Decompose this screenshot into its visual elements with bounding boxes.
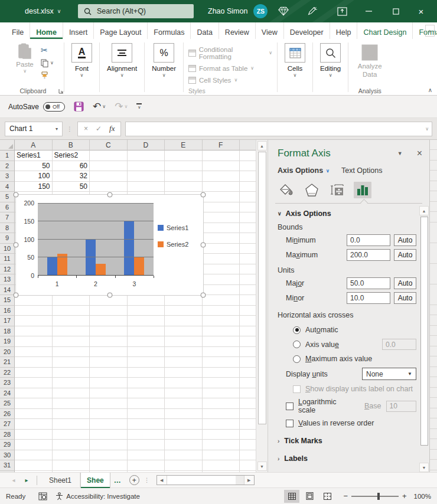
grid-cell-d2[interactable] <box>128 161 165 172</box>
grid-cell-f31[interactable] <box>203 460 240 471</box>
grid-cell-c29[interactable] <box>90 440 128 450</box>
grid-cell-f5[interactable] <box>203 192 240 202</box>
ribbon-display-options-icon[interactable] <box>332 0 352 22</box>
row-header-1[interactable]: 1 <box>0 150 15 161</box>
row-header-17[interactable]: 17 <box>0 316 15 326</box>
minimum-auto-button[interactable]: Auto <box>394 234 416 246</box>
minor-auto-button[interactable]: Auto <box>394 292 416 304</box>
grid-cell-a15[interactable] <box>15 295 53 306</box>
save-button[interactable] <box>74 102 84 112</box>
grid-cell-f18[interactable] <box>203 326 240 337</box>
grid-cell-e15[interactable] <box>165 295 203 306</box>
sheet-tab-sheet1[interactable]: Sheet1 <box>41 473 80 488</box>
labels-section[interactable]: › Labels <box>278 454 416 463</box>
row-header-32[interactable]: 32 <box>0 471 15 473</box>
grid-cell-partial[interactable] <box>240 150 256 161</box>
sheet-overflow-ellipsis[interactable]: … <box>114 476 121 485</box>
grid-cell-b20[interactable] <box>53 347 90 358</box>
grid-cell-d18[interactable] <box>128 326 165 337</box>
grid-cell-d32[interactable] <box>128 471 165 473</box>
grid-cell-partial[interactable] <box>240 244 256 254</box>
horizontal-scrollbar[interactable]: ◀ ▶ <box>156 475 255 485</box>
maximize-button[interactable] <box>386 0 406 22</box>
grid-cell-partial[interactable] <box>240 161 256 172</box>
grid-cell-d3[interactable] <box>128 171 165 182</box>
bar-series1-2[interactable] <box>86 240 96 276</box>
scroll-right-arrow[interactable]: ▶ <box>244 476 254 485</box>
grid-cell-d17[interactable] <box>128 316 165 326</box>
grid-cell-partial[interactable] <box>240 274 256 285</box>
grid-cell-c21[interactable] <box>90 357 128 368</box>
grid-cell-b15[interactable] <box>53 295 90 306</box>
confirm-entry-icon[interactable]: ✓ <box>96 125 102 133</box>
grid-cell-d4[interactable] <box>128 182 165 192</box>
col-header-partial[interactable] <box>240 140 256 150</box>
axis-options-chart-icon[interactable] <box>354 182 371 198</box>
grid-cell-b21[interactable] <box>53 357 90 368</box>
pane-scrollbar[interactable]: ▲ ▼ <box>419 206 429 472</box>
tab-chart-design[interactable]: Chart Design <box>357 22 412 39</box>
grid-cell-e24[interactable] <box>165 388 203 399</box>
grid-cell-partial[interactable] <box>240 430 256 440</box>
grid-cell-c20[interactable] <box>90 347 128 358</box>
grid-cell-d1[interactable] <box>128 150 165 161</box>
row-header-9[interactable]: 9 <box>0 233 15 244</box>
row-header-27[interactable]: 27 <box>0 419 15 430</box>
page-break-preview-button[interactable] <box>319 490 335 503</box>
scrollbar-thumb[interactable] <box>167 476 236 485</box>
grid-cell-c1[interactable] <box>90 150 128 161</box>
legend-item-series1[interactable]: Series1 <box>158 224 188 231</box>
grid-cell-c28[interactable] <box>90 430 128 440</box>
grid-cell-e27[interactable] <box>165 419 203 430</box>
close-button[interactable]: × <box>411 0 431 22</box>
row-header-26[interactable]: 26 <box>0 409 15 420</box>
col-header-c[interactable]: C <box>90 140 128 150</box>
grid-cell-a16[interactable] <box>15 306 53 316</box>
grid-cell-c19[interactable] <box>90 336 128 347</box>
grid-cell-f8[interactable] <box>203 223 240 234</box>
grid-cell-b26[interactable] <box>53 409 90 420</box>
logarithmic-checkbox[interactable] <box>286 402 293 410</box>
chart[interactable]: 050100150200 123 Series1Series2 <box>15 194 204 296</box>
ribbon-tab-overflow[interactable]: › <box>425 25 435 37</box>
grid-cell-b27[interactable] <box>53 419 90 430</box>
grid-cell-d22[interactable] <box>128 368 165 378</box>
grid-cell-d25[interactable] <box>128 398 165 409</box>
grid-cell-c32[interactable] <box>90 471 128 473</box>
grid-cell-e31[interactable] <box>165 460 203 471</box>
grid-cell-f13[interactable] <box>203 274 240 285</box>
row-header-24[interactable]: 24 <box>0 388 15 399</box>
grid-cell-e32[interactable] <box>165 471 203 473</box>
grid-cell-a21[interactable] <box>15 357 53 368</box>
cells-group-button[interactable]: Cells ∨ <box>278 41 312 95</box>
number-group-button[interactable]: % Number ∨ <box>145 41 183 95</box>
grid-cell-c23[interactable] <box>90 378 128 388</box>
grid-cell-d16[interactable] <box>128 306 165 316</box>
bar-series1-3[interactable] <box>124 221 134 276</box>
grid-cell-partial[interactable] <box>240 398 256 409</box>
grid-cell-a25[interactable] <box>15 398 53 409</box>
draw-pen-icon[interactable] <box>302 0 322 22</box>
grid-cell-f32[interactable] <box>203 471 240 473</box>
grid-cell-partial[interactable] <box>240 254 256 264</box>
name-box[interactable]: Chart 1 ▾ <box>5 122 63 136</box>
grid-cell-d26[interactable] <box>128 409 165 420</box>
grid-cell-e22[interactable] <box>165 368 203 378</box>
show-units-checkbox[interactable] <box>293 385 301 393</box>
grid-cell-e25[interactable] <box>165 398 203 409</box>
customize-qat-button[interactable]: ∨ <box>136 103 142 110</box>
grid-cell-a28[interactable] <box>15 430 53 440</box>
tab-insert[interactable]: Insert <box>63 22 93 39</box>
grid-cell-c26[interactable] <box>90 409 128 420</box>
pane-options-chevron[interactable]: ▼ <box>397 150 403 156</box>
add-sheet-button[interactable]: + <box>129 475 139 485</box>
macro-record-button[interactable] <box>38 492 47 500</box>
grid-cell-partial[interactable] <box>240 388 256 399</box>
grid-cell-f6[interactable] <box>203 202 240 213</box>
grid-cell-a20[interactable] <box>15 347 53 358</box>
grid-cell-partial[interactable] <box>240 409 256 420</box>
grid-cell-partial[interactable] <box>240 264 256 275</box>
grid-cell-a1[interactable]: Series1 <box>15 150 53 161</box>
grid-cell-f11[interactable] <box>203 254 240 264</box>
grid-cell-c30[interactable] <box>90 450 128 461</box>
